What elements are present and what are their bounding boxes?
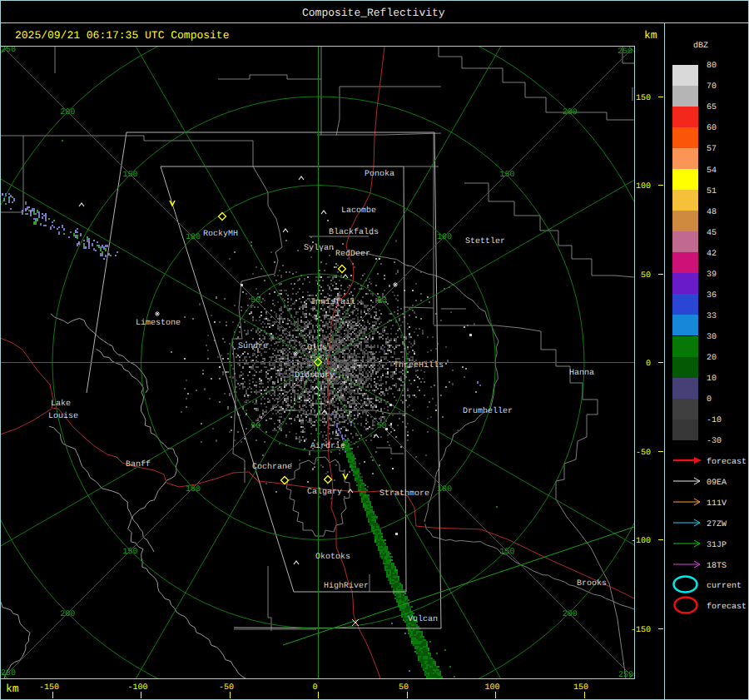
svg-text:-100: -100 xyxy=(631,537,651,546)
svg-text:200: 200 xyxy=(60,108,75,117)
svg-text:Calgary: Calgary xyxy=(307,487,342,497)
svg-text:Ponoka: Ponoka xyxy=(365,169,394,179)
svg-text:150: 150 xyxy=(573,683,588,693)
svg-text:42: 42 xyxy=(707,250,717,259)
svg-text:09EA: 09EA xyxy=(707,479,727,488)
svg-text:27ZW: 27ZW xyxy=(707,520,727,529)
svg-text:Okotoks: Okotoks xyxy=(315,552,350,562)
svg-text:ThreeHills: ThreeHills xyxy=(394,360,444,370)
svg-text:-50: -50 xyxy=(219,683,234,693)
svg-text:km: km xyxy=(6,683,19,695)
svg-text:forecast: forecast xyxy=(707,457,747,467)
svg-text:Lake: Lake xyxy=(51,399,71,409)
svg-text:150: 150 xyxy=(123,171,138,180)
svg-text:100: 100 xyxy=(437,485,452,494)
svg-text:80: 80 xyxy=(707,62,717,71)
svg-text:51: 51 xyxy=(707,187,717,196)
svg-text:-30: -30 xyxy=(707,437,722,446)
svg-text:100: 100 xyxy=(186,485,201,494)
svg-text:Louise: Louise xyxy=(48,411,78,421)
svg-text:48: 48 xyxy=(707,208,717,217)
svg-text:50: 50 xyxy=(250,296,260,305)
svg-text:45: 45 xyxy=(707,229,717,238)
svg-text:Stettler: Stettler xyxy=(465,236,505,246)
svg-text:250: 250 xyxy=(1,46,16,55)
svg-text:200: 200 xyxy=(563,108,578,117)
svg-text:50: 50 xyxy=(377,296,387,305)
svg-text:100: 100 xyxy=(186,233,201,242)
svg-text:0: 0 xyxy=(312,683,317,693)
svg-text:Cochrane: Cochrane xyxy=(252,462,292,472)
svg-text:39: 39 xyxy=(707,271,717,280)
svg-text:forecast: forecast xyxy=(707,602,747,612)
svg-text:Limestone: Limestone xyxy=(136,318,181,328)
svg-text:31JP: 31JP xyxy=(707,541,727,550)
svg-text:Sundre: Sundre xyxy=(238,341,268,351)
svg-text:36: 36 xyxy=(707,291,717,300)
svg-text:18TS: 18TS xyxy=(707,562,727,571)
svg-text:Olds: Olds xyxy=(307,343,327,353)
svg-text:0: 0 xyxy=(646,360,651,369)
svg-text:250: 250 xyxy=(618,47,632,57)
svg-text:60: 60 xyxy=(707,124,717,133)
svg-text:100: 100 xyxy=(484,683,499,693)
svg-text:Blackfalds: Blackfalds xyxy=(329,227,379,237)
svg-text:HighRiver: HighRiver xyxy=(324,581,369,591)
svg-text:RockyMH: RockyMH xyxy=(203,229,238,239)
svg-text:Innisfail: Innisfail xyxy=(310,297,355,307)
svg-text:70: 70 xyxy=(707,82,717,92)
svg-text:150: 150 xyxy=(499,548,514,557)
svg-text:250: 250 xyxy=(618,671,633,680)
svg-text:200: 200 xyxy=(60,610,75,619)
svg-text:65: 65 xyxy=(707,103,717,112)
svg-text:Brooks: Brooks xyxy=(577,578,607,588)
svg-text:20: 20 xyxy=(707,354,717,363)
svg-text:Vulcan: Vulcan xyxy=(408,614,438,624)
svg-text:50: 50 xyxy=(399,683,409,693)
svg-text:-150: -150 xyxy=(631,626,651,635)
svg-text:-150: -150 xyxy=(39,683,59,693)
svg-text:Didsbury: Didsbury xyxy=(295,370,335,380)
svg-text:Lacombe: Lacombe xyxy=(341,206,376,216)
svg-text:-100: -100 xyxy=(127,683,147,693)
svg-text:200: 200 xyxy=(563,610,578,619)
svg-text:50: 50 xyxy=(641,271,651,280)
svg-text:150: 150 xyxy=(123,548,138,557)
svg-text:50: 50 xyxy=(250,422,260,431)
svg-text:54: 54 xyxy=(707,166,717,176)
svg-text:Airdrie: Airdrie xyxy=(310,441,345,451)
svg-text:30: 30 xyxy=(707,333,717,342)
svg-text:-50: -50 xyxy=(636,449,651,458)
svg-text:Strathmore: Strathmore xyxy=(379,489,429,499)
svg-text:Sylvan: Sylvan xyxy=(304,243,334,253)
svg-text:250: 250 xyxy=(1,669,16,678)
svg-text:0: 0 xyxy=(707,395,712,405)
svg-text:-10: -10 xyxy=(707,416,722,425)
svg-text:RedDeer: RedDeer xyxy=(335,249,370,259)
svg-text:10: 10 xyxy=(707,375,717,384)
svg-text:Hanna: Hanna xyxy=(569,369,594,378)
svg-text:57: 57 xyxy=(707,145,717,154)
svg-text:Drumheller: Drumheller xyxy=(463,406,513,416)
svg-text:100: 100 xyxy=(636,182,651,191)
svg-text:dBZ: dBZ xyxy=(693,41,708,51)
svg-text:150: 150 xyxy=(636,94,651,103)
svg-text:2025/09/21 06:17:35 UTC Compos: 2025/09/21 06:17:35 UTC Composite xyxy=(15,29,229,42)
svg-text:Banff: Banff xyxy=(126,459,151,469)
svg-text:100: 100 xyxy=(437,233,452,242)
svg-text:33: 33 xyxy=(707,312,717,321)
svg-text:111V: 111V xyxy=(707,499,727,509)
svg-text:Composite_Reflectivity: Composite_Reflectivity xyxy=(302,7,445,19)
svg-text:km: km xyxy=(644,29,657,42)
svg-text:current: current xyxy=(707,582,742,591)
svg-text:150: 150 xyxy=(499,171,514,180)
